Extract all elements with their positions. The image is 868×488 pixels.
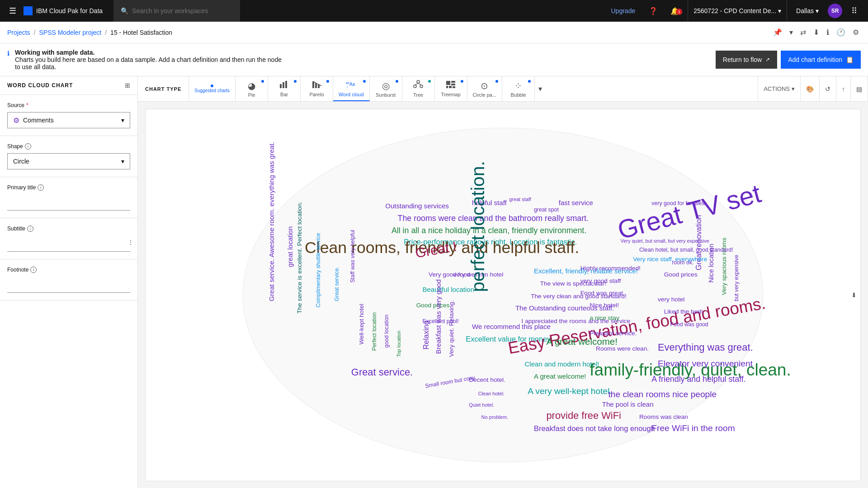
help-icon[interactable]: ❓ <box>644 7 662 15</box>
download-visualization-icon[interactable]: ⬇ <box>851 291 857 299</box>
svg-rect-19 <box>453 86 455 88</box>
chart-item-wordcloud[interactable]: abAac Word cloud <box>333 76 369 101</box>
svg-rect-14 <box>446 81 450 85</box>
info-description: Charts you build here are based on a dat… <box>15 56 286 70</box>
chart-items: Suggested charts ◕ Pie Bar <box>189 76 758 101</box>
footnote-label: Footnote i <box>7 267 130 273</box>
suggested-charts-item[interactable]: Suggested charts <box>189 76 236 101</box>
add-chart-definition-button[interactable]: Add chart definition 📋 <box>781 51 861 69</box>
footnote-input[interactable] <box>7 277 130 293</box>
subtitle-more-icon[interactable]: ⋮ <box>127 239 134 246</box>
panel-title: WORD CLOUD CHART <box>7 82 73 89</box>
word-highly-recommended: Highly recommended! <box>580 265 641 272</box>
return-to-flow-button[interactable]: Return to flow ↗ <box>716 51 777 69</box>
download-icon[interactable]: ⬇ <box>811 26 821 38</box>
info-title: Working with sample data. <box>15 49 286 56</box>
svg-point-9 <box>417 80 420 83</box>
search-input[interactable] <box>132 7 233 14</box>
svg-rect-3 <box>312 81 314 88</box>
chart-type-bar: CHART TYPE Suggested charts ◕ Pie <box>138 76 868 102</box>
breadcrumb-modeler[interactable]: SPSS Modeler project <box>39 29 101 36</box>
left-panel: WORD CLOUD CHART ⊞ Source * ⚙ Comments ▾… <box>0 76 138 488</box>
required-indicator: * <box>26 102 28 108</box>
app-switcher-icon[interactable]: ⠿ <box>846 6 863 16</box>
workspace-name: 2560722 - CPD Content De... <box>693 7 776 14</box>
settings-icon[interactable]: ⚙ <box>851 26 861 38</box>
svg-rect-0 <box>280 84 282 88</box>
panel-expand-icon[interactable]: ⊞ <box>125 82 130 89</box>
svg-rect-4 <box>315 83 317 88</box>
hamburger-menu-icon[interactable]: ☰ <box>5 2 20 19</box>
word-pool-clean: The pool is clean <box>602 400 654 408</box>
info-text-block: Working with sample data. Charts you bui… <box>15 49 286 70</box>
word-beautiful-location: Beautiful location <box>422 286 474 293</box>
info-actions: Return to flow ↗ Add chart definition 📋 <box>716 51 861 69</box>
primary-title-section: Primary title i <box>0 177 137 218</box>
treemap-label: Treemap <box>441 92 461 97</box>
bar-dot <box>294 80 297 83</box>
return-label: Return to flow <box>723 56 762 63</box>
refresh-icon[interactable]: ↺ <box>820 76 836 101</box>
chart-item-sunburst[interactable]: ◎ Sunburst <box>370 76 402 101</box>
source-label: Source * <box>7 102 130 108</box>
word-clean-rooms-nice: the clean rooms nice people <box>608 389 717 399</box>
word-relaxing: Relaxing <box>422 321 430 350</box>
info-icon[interactable]: ℹ <box>825 26 831 38</box>
word-very-quiet: Very quiet. Relaxing. <box>448 300 455 357</box>
chart-item-bar[interactable]: Bar <box>268 76 301 101</box>
share-icon[interactable]: ⇄ <box>798 26 808 38</box>
primary-title-info-icon[interactable]: i <box>38 184 44 191</box>
breadcrumb: Projects / SPSS Modeler project / 15 - H… <box>7 29 172 36</box>
word-good-staff: very good staff <box>580 277 621 284</box>
source-select[interactable]: ⚙ Comments ▾ <box>7 112 130 128</box>
primary-title-input[interactable] <box>7 194 130 211</box>
svg-point-11 <box>420 85 423 88</box>
chart-item-pareto[interactable]: Pareto <box>301 76 333 101</box>
pie-dot <box>261 80 264 83</box>
palette-icon[interactable]: 🎨 <box>801 76 820 101</box>
bar-label: Bar <box>280 92 288 97</box>
circlepack-dot <box>495 80 498 83</box>
chart-area: CHART TYPE Suggested charts ◕ Pie <box>138 76 868 488</box>
chart-item-treemap[interactable]: Treemap <box>435 76 467 101</box>
breadcrumb-projects[interactable]: Projects <box>7 29 30 36</box>
word-great-welcome: A great welcome! <box>534 372 586 380</box>
workspace-selector[interactable]: 2560722 - CPD Content De... ▾ <box>688 0 787 22</box>
suggested-dot <box>211 84 213 87</box>
wordcloud-icon: abAac <box>346 80 357 91</box>
word-friendly-staff: A friendly and helpful staff. <box>651 375 745 384</box>
footnote-info-icon[interactable]: i <box>30 267 37 273</box>
chart-type-label: CHART TYPE <box>138 76 189 101</box>
notification-icon[interactable]: 🔔 1 <box>666 7 684 15</box>
actions-dropdown[interactable]: ACTIONS ▾ <box>758 76 801 101</box>
region-selector[interactable]: Dallas ▾ <box>791 0 824 22</box>
subtitle-input[interactable] <box>7 235 130 252</box>
upload-icon[interactable]: ↑ <box>836 76 851 101</box>
chart-item-circlepack[interactable]: ⊙ Circle pa... <box>467 76 503 101</box>
subtitle-info-icon[interactable]: i <box>27 225 33 232</box>
chart-item-bubble[interactable]: ⁘ Bubble <box>502 76 535 101</box>
word-perfect-location: Perfect location <box>371 312 377 351</box>
word-quiet-hotel: Quiet hotel. <box>469 402 494 408</box>
user-avatar[interactable]: SR <box>828 4 842 18</box>
sunburst-dot <box>396 80 398 83</box>
shape-select[interactable]: Circle ▾ <box>7 153 130 169</box>
chart-item-pie[interactable]: ◕ Pie <box>236 76 268 101</box>
word-top-location: Top location <box>396 331 401 357</box>
table-view-icon[interactable]: ▤ <box>851 76 868 101</box>
chart-more-button[interactable]: ▾ <box>535 84 546 93</box>
pin-icon[interactable]: 📌 <box>771 26 784 38</box>
word-liked-the-bed: Liked the bed! <box>664 308 703 315</box>
sunburst-icon: ◎ <box>382 80 390 91</box>
chart-item-tree[interactable]: Tree <box>402 76 435 101</box>
wordcloud-label: Word cloud <box>339 92 363 97</box>
chevron-down-icon[interactable]: ▾ <box>788 26 795 38</box>
word-very-expensive: but very expensive <box>733 255 740 301</box>
word-clean-hotel: Clean hotel. <box>478 391 505 396</box>
upgrade-link[interactable]: Upgrade <box>606 7 641 14</box>
word-great-sport: great spot <box>534 206 559 213</box>
word-complimentary: Complimentary shuttle service <box>315 233 321 307</box>
global-search[interactable]: 🔍 <box>113 0 240 22</box>
shape-info-icon[interactable]: i <box>25 143 31 150</box>
history-icon[interactable]: 🕐 <box>835 26 847 38</box>
